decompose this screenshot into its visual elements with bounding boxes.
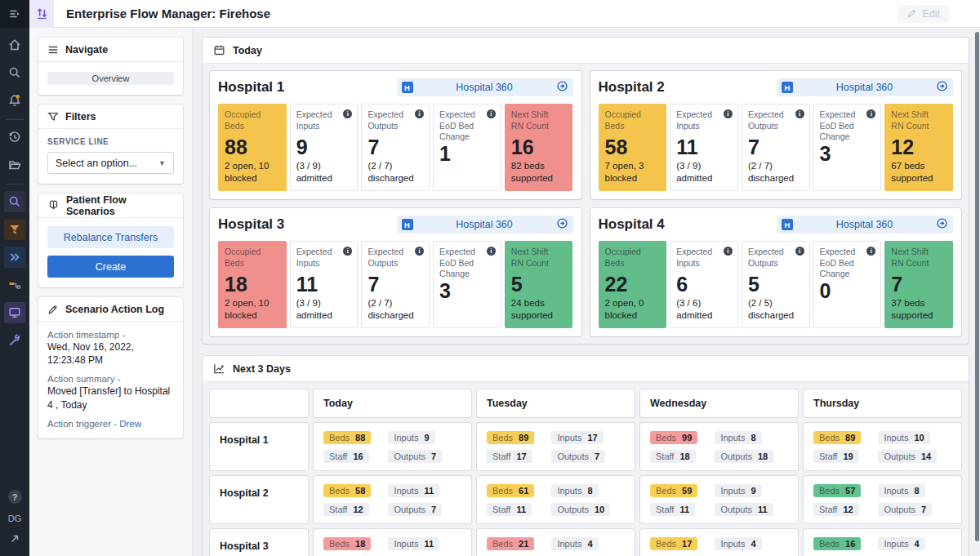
hospital-card-header: Hospital 3HHospital 360 — [218, 216, 573, 234]
forecast-hospital-name: Hospital 1 — [210, 423, 308, 470]
metric-tile: Expected Inputsi6(3 / 6) admitted — [670, 241, 738, 328]
forecast-day-cell: Beds89Staff17Inputs17Outputs7 — [477, 423, 635, 470]
filters-header: Filters — [38, 105, 183, 129]
search-icon[interactable] — [4, 62, 25, 83]
hospital-360-label: Hospital 360 — [456, 82, 513, 93]
service-line-select[interactable]: Select an option... ▼ — [47, 152, 174, 174]
badge-value: 7 — [921, 505, 926, 514]
metric-value: 22 — [605, 274, 661, 295]
filters-body: SERVICE LINE Select an option... ▼ — [38, 129, 183, 184]
double-chevron-right-icon[interactable] — [4, 247, 25, 268]
edit-button[interactable]: Edit — [898, 5, 949, 23]
metric-sublabel: (3 / 9) admitted — [296, 160, 352, 185]
triggerer-user-link[interactable]: Drew — [119, 419, 141, 429]
hospital-360-label: Hospital 360 — [836, 82, 893, 93]
badge-value: 17 — [587, 433, 597, 443]
metric-value: 6 — [676, 274, 732, 295]
metric-value: 12 — [891, 136, 947, 158]
hospital-name: Hospital 1 — [218, 79, 284, 96]
info-icon[interactable]: i — [487, 247, 496, 256]
history-icon[interactable] — [4, 127, 25, 148]
info-icon[interactable]: i — [795, 109, 804, 118]
scrollbar-thumb[interactable] — [975, 32, 979, 541]
timestamp-label: Action timestamp - — [47, 330, 174, 340]
forecast-badge-beds: Beds17 — [650, 537, 697, 550]
badge-label: Outputs — [557, 505, 589, 514]
user-avatar[interactable]: DG — [8, 514, 22, 523]
today-section-title: Today — [233, 45, 262, 56]
hospital-grid: Hospital 1HHospital 360Occupied Beds882 … — [203, 64, 969, 344]
filter-app-icon[interactable] — [4, 219, 25, 240]
workshop-monitor-icon[interactable] — [4, 302, 25, 323]
metric-value: 1 — [439, 143, 495, 164]
badge-value: 89 — [519, 433, 528, 443]
forecast-day-cell: Beds16Staff5Inputs4Outputs8 — [804, 529, 961, 556]
metric-label: Next Shift RN Count — [891, 247, 947, 274]
hospital-360-button[interactable]: HHospital 360 — [397, 216, 573, 234]
overview-button[interactable]: Overview — [47, 72, 174, 85]
info-icon[interactable]: i — [795, 247, 804, 256]
rail-divider — [6, 184, 24, 185]
badge-value: 19 — [843, 451, 853, 461]
main-column: Enterprise Flow Manager: Firehose Edit N… — [29, 0, 980, 556]
hospital-360-button[interactable]: HHospital 360 — [777, 78, 953, 96]
forecast-badge-beds: Beds18 — [323, 537, 371, 550]
wrench-icon[interactable] — [4, 330, 25, 351]
badge-label: Beds — [492, 539, 513, 549]
hospital-card: Hospital 4HHospital 360Occupied Beds222 … — [590, 208, 962, 336]
object-explorer-icon[interactable] — [4, 191, 25, 212]
action-log-title: Scenario Action Log — [65, 304, 164, 315]
forecast-day-cell: Beds99Staff18Inputs8Outputs18 — [640, 423, 798, 470]
badge-value: 11 — [424, 539, 434, 549]
filter-icon — [47, 111, 59, 122]
metric-value: 5 — [511, 274, 567, 295]
metric-tile: Next Shift RN Count1682 beds supported — [505, 104, 573, 191]
forecast-badge-beds: Beds58 — [323, 484, 371, 497]
trend-chart-icon — [213, 363, 225, 375]
badge-value: 7 — [595, 451, 599, 461]
metric-sublabel: 2 open, 0 blocked — [605, 297, 661, 322]
badge-label: Inputs — [884, 539, 908, 549]
pen-icon — [47, 304, 59, 315]
badge-label: Outputs — [394, 451, 425, 461]
badge-label: Outputs — [720, 451, 752, 461]
badge-value: 61 — [519, 486, 528, 496]
create-button[interactable]: Create — [47, 256, 174, 278]
forecast-badge-inputs: Inputs8 — [715, 431, 761, 444]
badge-label: Staff — [819, 505, 837, 514]
rebalance-transfers-button[interactable]: Rebalance Transfers — [47, 226, 174, 248]
badge-label: Beds — [656, 433, 676, 443]
hospital-360-button[interactable]: HHospital 360 — [777, 216, 953, 234]
metric-tiles-row: Occupied Beds587 open, 3 blockedExpected… — [599, 104, 954, 191]
metric-value: 3 — [439, 280, 495, 301]
home-icon[interactable] — [4, 34, 25, 56]
forecast-day-header: Wednesday — [640, 389, 798, 417]
help-icon[interactable]: ? — [8, 490, 22, 504]
badge-value: 10 — [914, 433, 924, 443]
notifications-bell-icon[interactable] — [4, 90, 25, 111]
forecast-section-title: Next 3 Days — [233, 363, 291, 375]
forecast-day-cell: Beds18Staff5Inputs11Outputs7 — [314, 529, 471, 556]
page-title: Enterprise Flow Manager: Firehose — [66, 7, 270, 20]
info-icon[interactable]: i — [487, 109, 496, 118]
metric-value: 7 — [368, 274, 423, 295]
badge-value: 89 — [845, 433, 855, 443]
forecast-day-cell: Beds59Staff11Inputs9Outputs11 — [640, 476, 798, 523]
metric-sublabel: (2 / 7) discharged — [748, 160, 804, 185]
menu-expand-icon[interactable] — [4, 3, 25, 24]
app-root: ? DG Enterprise Flow Manager: Firehose E… — [0, 0, 980, 556]
brain-icon — [47, 199, 60, 211]
hospital-360-button[interactable]: HHospital 360 — [397, 78, 573, 96]
forecast-badge-inputs: Inputs10 — [878, 431, 929, 444]
app-transfer-icon[interactable] — [29, 0, 54, 28]
lineage-icon[interactable] — [4, 274, 25, 296]
metric-value: 7 — [891, 274, 947, 295]
badge-label: Staff — [329, 451, 347, 461]
folder-icon[interactable] — [4, 154, 25, 176]
open-external-icon[interactable] — [4, 528, 25, 549]
navigate-body: Overview — [38, 62, 183, 95]
info-icon[interactable]: i — [724, 109, 733, 118]
info-icon[interactable]: i — [724, 247, 733, 256]
badge-value: 11 — [758, 505, 768, 514]
today-section: Today Hospital 1HHospital 360Occupied Be… — [203, 38, 969, 344]
